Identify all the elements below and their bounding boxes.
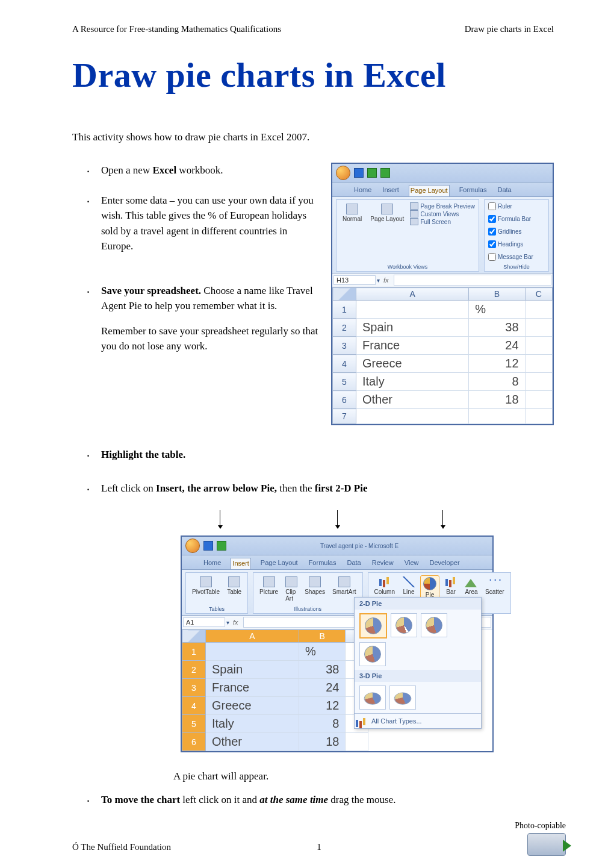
cell[interactable] — [525, 355, 552, 373]
cell[interactable]: 8 — [469, 373, 525, 391]
pie-3d-option-1[interactable] — [359, 685, 386, 710]
formula-bar[interactable] — [394, 275, 551, 286]
col-header-b[interactable]: B — [299, 630, 345, 643]
chk-gridlines[interactable] — [488, 228, 496, 236]
tab-developer[interactable]: Developer — [428, 558, 460, 569]
btn-pie[interactable]: Pie — [420, 575, 439, 600]
btn-line[interactable]: Line — [400, 575, 418, 600]
cell[interactable]: 18 — [299, 733, 345, 751]
row-header[interactable]: 6 — [333, 391, 356, 409]
tab-home[interactable]: Home — [202, 558, 222, 569]
btn-page-layout-view[interactable]: Page Layout — [368, 202, 406, 225]
opt-full-screen[interactable]: Full Screen — [410, 218, 475, 225]
chk-headings[interactable] — [488, 240, 496, 248]
cell[interactable] — [206, 643, 299, 661]
chk-ruler[interactable] — [488, 202, 496, 210]
tab-insert[interactable]: Insert — [231, 558, 251, 569]
cell[interactable]: Italy — [356, 373, 469, 391]
cell[interactable]: Spain — [206, 661, 299, 679]
tab-data[interactable]: Data — [346, 558, 362, 569]
btn-shapes[interactable]: Shapes — [302, 575, 327, 603]
cell[interactable] — [525, 391, 552, 409]
tab-view[interactable]: View — [403, 558, 420, 569]
cell[interactable]: Other — [356, 391, 469, 409]
fx-icon[interactable]: fx — [380, 276, 392, 284]
cell[interactable] — [525, 319, 552, 337]
opt-formula-bar[interactable]: Formula Bar — [488, 215, 531, 223]
cell[interactable]: France — [206, 679, 299, 697]
all-chart-types[interactable]: All Chart Types... — [355, 713, 481, 728]
cell[interactable]: 8 — [299, 715, 345, 733]
cell[interactable] — [525, 409, 552, 424]
tab-insert[interactable]: Insert — [381, 185, 400, 196]
cell[interactable]: Greece — [356, 355, 469, 373]
cell[interactable]: 12 — [299, 697, 345, 715]
running-head-right: Draw pie charts in Excel — [465, 24, 554, 34]
pie-2d-option-2[interactable] — [391, 613, 417, 637]
opt-message-bar[interactable]: Message Bar — [488, 253, 533, 261]
row-header[interactable]: 4 — [182, 697, 206, 715]
opt-gridlines[interactable]: Gridlines — [488, 228, 521, 236]
cell[interactable] — [525, 337, 552, 355]
cell[interactable] — [356, 409, 469, 424]
fx-icon[interactable]: fx — [229, 619, 242, 626]
pie-2d-option-1[interactable] — [359, 613, 387, 639]
row-header[interactable]: 4 — [333, 355, 356, 373]
select-all-corner[interactable] — [182, 630, 206, 643]
col-header-a[interactable]: A — [206, 630, 299, 643]
undo-icon[interactable] — [217, 541, 226, 551]
col-header-c[interactable]: C — [525, 288, 552, 301]
row-header[interactable]: 3 — [182, 679, 206, 697]
cell[interactable] — [525, 373, 552, 391]
btn-table[interactable]: Table — [225, 575, 244, 596]
chk-formula-bar[interactable] — [488, 215, 496, 223]
cell[interactable]: 24 — [299, 679, 345, 697]
btn-scatter[interactable]: Scatter — [483, 575, 507, 600]
row-header[interactable]: 2 — [182, 661, 206, 679]
btn-clipart[interactable]: Clip Art — [283, 575, 300, 603]
tab-page-layout[interactable]: Page Layout — [409, 185, 450, 196]
btn-bar[interactable]: Bar — [442, 575, 460, 600]
col-header-b[interactable]: B — [469, 288, 525, 301]
row-header[interactable]: 7 — [333, 409, 356, 424]
btn-area[interactable]: Area — [462, 575, 480, 600]
row-header[interactable]: 5 — [333, 373, 356, 391]
tab-formulas[interactable]: Formulas — [458, 185, 488, 196]
row-header[interactable]: 1 — [182, 643, 206, 661]
cell[interactable] — [346, 733, 368, 751]
btn-picture[interactable]: Picture — [257, 575, 281, 603]
cell[interactable] — [469, 409, 525, 424]
name-box[interactable]: A1 — [183, 617, 225, 627]
pie-3d-option-2[interactable] — [389, 685, 416, 710]
chk-message-bar[interactable] — [488, 253, 496, 261]
row-header[interactable]: 6 — [182, 733, 206, 751]
tab-data[interactable]: Data — [496, 185, 512, 196]
row-header[interactable]: 5 — [182, 715, 206, 733]
cell[interactable]: Other — [206, 733, 299, 751]
pie-2d-option-4[interactable] — [359, 642, 386, 666]
cell[interactable]: 24 — [469, 337, 525, 355]
opt-custom-views[interactable]: Custom Views — [410, 210, 475, 217]
pie-2d-option-3[interactable] — [421, 613, 447, 637]
cell[interactable]: Italy — [206, 715, 299, 733]
cell[interactable]: 38 — [299, 661, 345, 679]
tab-page-layout[interactable]: Page Layout — [259, 558, 299, 569]
cell[interactable] — [525, 301, 552, 319]
opt-page-break-preview[interactable]: Page Break Preview — [410, 202, 475, 210]
cell[interactable]: 18 — [469, 391, 525, 409]
save-icon[interactable] — [203, 541, 213, 551]
cell[interactable]: Greece — [206, 697, 299, 715]
opt-ruler[interactable]: Ruler — [488, 202, 512, 210]
cell[interactable]: 38 — [469, 319, 525, 337]
tab-home[interactable]: Home — [353, 185, 373, 196]
cell[interactable]: % — [469, 301, 525, 319]
tab-formulas[interactable]: Formulas — [308, 558, 338, 569]
opt-headings[interactable]: Headings — [488, 240, 523, 248]
spreadsheet-grid[interactable]: A B C 1 % 2 Spain 38 3 France 24 — [182, 629, 368, 751]
btn-column[interactable]: Column — [372, 575, 397, 600]
cell[interactable]: 12 — [469, 355, 525, 373]
office-button-icon[interactable] — [185, 539, 200, 553]
tab-review[interactable]: Review — [371, 558, 395, 569]
btn-pivottable[interactable]: PivotTable — [190, 575, 222, 596]
cell[interactable]: % — [299, 643, 345, 661]
